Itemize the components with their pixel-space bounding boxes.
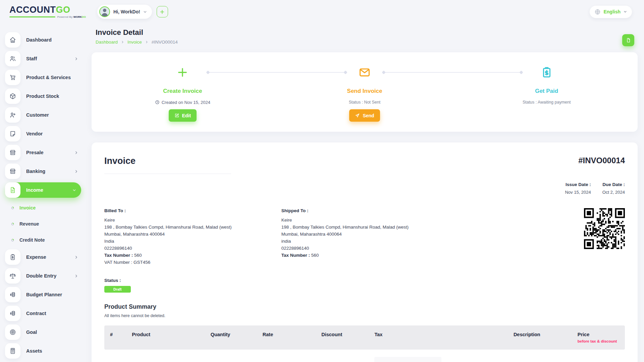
- step-connector: [384, 72, 521, 73]
- edit-button[interactable]: Edit: [169, 109, 197, 122]
- topbar: ACCOUNTGO Powered By WORKDO Hi, WorkDo! …: [0, 0, 644, 23]
- shipped-phone: 02228896140: [281, 245, 459, 252]
- income-submenu: Invoice Revenue Credit Note: [5, 201, 81, 247]
- chevron-down-icon: [623, 10, 627, 14]
- price-subtitle: before tax & discount: [578, 339, 620, 343]
- invoice-file-icon: [5, 182, 20, 198]
- col-tax: Tax: [370, 325, 508, 350]
- shipped-to-block: Shipped To : Keire 198 , Bombay Talkies …: [281, 208, 459, 266]
- sidebar-item-double-entry[interactable]: Double Entry: [5, 268, 81, 284]
- plus-icon: [176, 65, 189, 80]
- breadcrumb-invoice-link[interactable]: Invoice: [127, 40, 142, 45]
- cell-product: Bicycle Clothing: [127, 350, 206, 362]
- user-menu[interactable]: Hi, WorkDo!: [97, 5, 152, 19]
- page-title: Invoice Detail: [96, 28, 178, 37]
- logo-underline: [9, 16, 55, 17]
- step-created-date: Created on Nov 15, 2024: [162, 100, 210, 105]
- main-content: Invoice Detail Dashboard Invoice #INVO00…: [86, 23, 644, 362]
- box-icon: [5, 88, 20, 104]
- user-greeting: Hi, WorkDo!: [113, 9, 140, 14]
- sidebar-item-contract[interactable]: Contract: [5, 306, 81, 321]
- edit-pencil-icon: [174, 113, 179, 118]
- sidebar-item-expense[interactable]: Expense: [5, 249, 81, 265]
- duplicate-invoice-button[interactable]: [622, 34, 634, 46]
- chevron-right-icon: [74, 57, 78, 61]
- billed-tax-number: Tax Number : 560: [104, 252, 281, 259]
- table-row: 1 Bicycle Clothing 1 (Inch) $10,000.00 $…: [104, 350, 625, 362]
- sidebar-item-banking[interactable]: Banking: [5, 164, 81, 179]
- step-create-invoice: Create Invoice Created on Nov 15, 2024 E…: [92, 65, 274, 122]
- language-selector[interactable]: English: [590, 6, 632, 18]
- sidebar-item-dashboard[interactable]: Dashboard: [5, 32, 81, 48]
- step-send-invoice: Send Invoice Status : Not Sent Send: [274, 65, 456, 122]
- sidebar-item-assets[interactable]: Assets: [5, 343, 81, 359]
- col-rate: Rate: [258, 325, 317, 350]
- calculator-icon: [5, 343, 20, 359]
- product-table: # Product Quantity Rate Discount Tax Des…: [104, 325, 625, 362]
- cell-description: test demo: [509, 350, 573, 362]
- step-get-paid: Get Paid Status : Awaiting payment: [455, 65, 638, 122]
- product-summary-title: Product Summary: [104, 303, 625, 310]
- clock-icon: [155, 100, 160, 105]
- breadcrumb-current: #INVO00014: [152, 40, 178, 45]
- cart-icon: [5, 70, 20, 85]
- cell-index: 1: [104, 350, 127, 362]
- col-price: Price before tax & discount: [573, 325, 625, 350]
- send-button[interactable]: Send: [349, 109, 380, 122]
- user-plus-icon: [5, 107, 20, 123]
- invoice-progress-card: Create Invoice Created on Nov 15, 2024 E…: [92, 52, 638, 132]
- status-label: Status :: [104, 278, 625, 283]
- scales-icon: [5, 268, 20, 284]
- cell-rate: $10,000.00: [258, 350, 317, 362]
- bullet-icon: [10, 222, 15, 226]
- logo-powered-by: Powered By WORKDO: [57, 15, 86, 18]
- sidebar-item-presale[interactable]: Presale: [5, 145, 81, 160]
- logo-text-primary: ACCOUNT: [9, 5, 56, 15]
- sidebar-item-customer[interactable]: Customer: [5, 107, 81, 123]
- sidebar-subitem-credit-note[interactable]: Credit Note: [10, 233, 81, 247]
- col-index: #: [104, 325, 127, 350]
- billed-to-block: Billed To : Keire 198 , Bombay Talkies C…: [104, 208, 281, 266]
- users-icon: [5, 51, 20, 66]
- sidebar-item-product-stock[interactable]: Product Stock: [5, 88, 81, 104]
- note-icon: [5, 126, 20, 141]
- status-badge: Draft: [104, 286, 131, 293]
- chevron-down-icon: [143, 10, 147, 14]
- sidebar-item-goal[interactable]: Goal: [5, 324, 81, 340]
- chevron-right-icon: [145, 40, 149, 44]
- invoice-qr-code: [584, 208, 625, 266]
- billed-phone: 02228896140: [104, 245, 281, 252]
- sidebar-item-vendor[interactable]: Vendor: [5, 126, 81, 141]
- col-product: Product: [127, 325, 206, 350]
- globe-icon: [594, 9, 601, 15]
- sidebar-item-staff[interactable]: Staff: [5, 51, 81, 66]
- sidebar-subitem-invoice[interactable]: Invoice: [10, 201, 81, 215]
- table-header-row: # Product Quantity Rate Discount Tax Des…: [104, 325, 625, 350]
- logo-text-secondary: GO: [56, 5, 70, 15]
- step-connector: [208, 72, 345, 73]
- clipboard-dollar-icon: [540, 65, 553, 80]
- billed-address-1: 198 , Bombay Talkies Compd, Himanshurai …: [104, 224, 281, 231]
- sidebar-item-product-services[interactable]: Product & Services: [5, 70, 81, 85]
- billed-country: India: [104, 238, 281, 245]
- storefront-icon: [5, 145, 20, 160]
- add-button[interactable]: [157, 6, 168, 17]
- billed-name: Keire: [104, 217, 281, 224]
- shipped-tax-number: Tax Number : 560: [281, 252, 459, 259]
- breadcrumb: Dashboard Invoice #INVO00014: [96, 40, 178, 45]
- sidebar-subitem-revenue[interactable]: Revenue: [10, 217, 81, 231]
- chevron-right-icon: [74, 169, 78, 174]
- cell-quantity: 1 (Inch): [206, 350, 258, 362]
- billed-vat-number: VAT Number : GST456: [104, 259, 281, 266]
- shipped-address-2: Mumbai, Maharashtra 400064: [281, 231, 459, 238]
- sidebar-item-income[interactable]: Income: [5, 182, 81, 198]
- app-logo: ACCOUNTGO Powered By WORKDO: [9, 5, 86, 18]
- invoice-heading: Invoice: [104, 156, 136, 166]
- issue-date-value: Nov 15, 2024: [565, 190, 591, 195]
- breadcrumb-dashboard-link[interactable]: Dashboard: [96, 40, 118, 45]
- cell-price: $10,000.00: [573, 350, 625, 362]
- sidebar-item-budget-planner[interactable]: Budget Planner: [5, 287, 81, 302]
- language-label: English: [603, 9, 621, 14]
- bullet-icon: [10, 238, 15, 242]
- envelope-icon: [358, 65, 371, 80]
